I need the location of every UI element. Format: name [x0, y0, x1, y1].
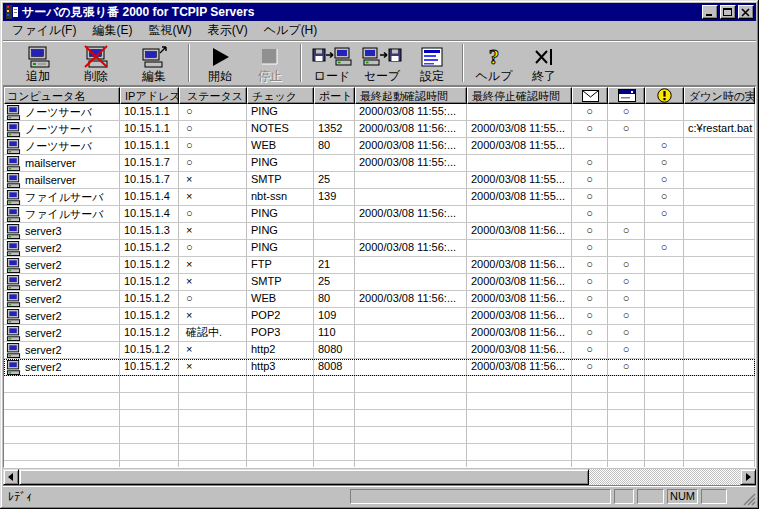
- cell-port: 80: [314, 291, 355, 308]
- load-button[interactable]: ロード: [307, 43, 357, 83]
- resize-grip[interactable]: [743, 493, 756, 506]
- table-row[interactable]: server2 10.15.1.2 × FTP 21 2000/03/08 11…: [4, 257, 755, 274]
- table-row[interactable]: ファイルサーバ 10.15.1.4 × nbt-ssn 139 2000/03/…: [4, 189, 755, 206]
- cell-check: [247, 461, 314, 468]
- col-header-console[interactable]: [608, 87, 645, 104]
- table-row[interactable]: server3 10.15.1.3 × PING 2000/03/08 11:5…: [4, 223, 755, 240]
- save-button[interactable]: セーブ: [357, 43, 407, 83]
- cell-check: PING: [247, 206, 314, 223]
- scrollbar-thumb[interactable]: [19, 469, 589, 485]
- cell-ip: [120, 376, 179, 393]
- help-button[interactable]: ? ヘルプ: [469, 43, 519, 83]
- table-row[interactable]: ファイルサーバ 10.15.1.4 ○ PING 2000/03/08 11:5…: [4, 206, 755, 223]
- cell-last-stop: [467, 461, 572, 468]
- cell-computer-name: [4, 427, 120, 444]
- cell-computer-name: ノーツサーバ: [4, 121, 120, 138]
- table-row[interactable]: [4, 427, 755, 444]
- scroll-right-button[interactable]: [740, 469, 756, 485]
- cell-ip: 10.15.1.3: [120, 223, 179, 240]
- computer-icon: [6, 173, 22, 188]
- table-row[interactable]: [4, 461, 755, 468]
- table-row[interactable]: [4, 410, 755, 427]
- table-row[interactable]: server2 10.15.1.2 × POP2 109 2000/03/08 …: [4, 308, 755, 325]
- cell-mail-flag: ○: [572, 342, 608, 359]
- col-header-status[interactable]: ステータス: [179, 87, 247, 104]
- menu-help[interactable]: ヘルプ(H): [256, 20, 326, 41]
- col-header-check[interactable]: チェック: [247, 87, 314, 104]
- table-row[interactable]: ノーツサーバ 10.15.1.1 ○ NOTES 1352 2000/03/08…: [4, 121, 755, 138]
- cell-computer-name: server2: [4, 342, 120, 359]
- table-row[interactable]: server2 10.15.1.2 ○ WEB 80 2000/03/08 11…: [4, 291, 755, 308]
- col-header-on-down-exec[interactable]: ダウン時の実行: [684, 87, 755, 104]
- table-row[interactable]: mailserver 10.15.1.7 × SMTP 25 2000/03/0…: [4, 172, 755, 189]
- col-header-port[interactable]: ポート: [314, 87, 355, 104]
- cell-ip: 10.15.1.2: [120, 308, 179, 325]
- settings-label: 設定: [420, 69, 444, 83]
- close-button[interactable]: [738, 5, 754, 19]
- col-header-mail[interactable]: [572, 87, 608, 104]
- cell-port: 21: [314, 257, 355, 274]
- cell-computer-name: mailserver: [4, 172, 120, 189]
- cell-last-stop: 2000/03/08 11:56...: [467, 257, 572, 274]
- computer-icon: [6, 326, 22, 341]
- svg-text:?: ?: [489, 46, 500, 68]
- horizontal-scrollbar[interactable]: [3, 469, 756, 485]
- col-header-last-stop-time[interactable]: 最終停止確認時間: [467, 87, 572, 104]
- edit-button[interactable]: 編集: [125, 43, 183, 83]
- computer-icon: [6, 343, 22, 358]
- cell-port: [314, 155, 355, 172]
- table-row[interactable]: ノーツサーバ 10.15.1.1 ○ WEB 80 2000/03/08 11:…: [4, 138, 755, 155]
- add-label: 追加: [26, 69, 50, 83]
- cell-check: http3: [247, 359, 314, 376]
- cell-port: 80: [314, 138, 355, 155]
- cell-port: 1352: [314, 121, 355, 138]
- table-row[interactable]: [4, 393, 755, 410]
- menu-view[interactable]: 表示(V): [200, 20, 256, 41]
- table-row[interactable]: mailserver 10.15.1.7 ○ PING 2000/03/08 1…: [4, 155, 755, 172]
- cell-port: 25: [314, 172, 355, 189]
- table-row[interactable]: server2 10.15.1.2 × http2 8080 2000/03/0…: [4, 342, 755, 359]
- col-header-computer-name[interactable]: コンピュータ名: [4, 87, 120, 104]
- table-row[interactable]: server2 10.15.1.2 × SMTP 25 2000/03/08 1…: [4, 274, 755, 291]
- scroll-left-button[interactable]: [3, 469, 19, 485]
- table-row[interactable]: [4, 376, 755, 393]
- col-header-ip-address[interactable]: IPアドレス: [120, 87, 179, 104]
- maximize-button[interactable]: [720, 5, 736, 19]
- menu-file[interactable]: ファイル(F): [4, 20, 84, 41]
- col-header-last-start-time[interactable]: 最終起動確認時間: [355, 87, 467, 104]
- cell-console-flag: [608, 427, 645, 444]
- col-header-alert[interactable]: [645, 87, 684, 104]
- cell-check: FTP: [247, 257, 314, 274]
- table-row[interactable]: server2 10.15.1.2 ○ PING 2000/03/08 11:5…: [4, 240, 755, 257]
- cell-check: nbt-ssn: [247, 189, 314, 206]
- cell-console-flag: [608, 444, 645, 461]
- cell-console-flag: ○: [608, 104, 645, 121]
- computer-icon: [6, 122, 22, 137]
- table-row[interactable]: server2 10.15.1.2 × http3 8008 2000/03/0…: [4, 359, 755, 376]
- cell-on-down-exec: [684, 240, 755, 257]
- minimize-button[interactable]: [702, 5, 718, 19]
- add-button[interactable]: 追加: [9, 43, 67, 83]
- table-row[interactable]: server2 10.15.1.2 確認中. POP3 110 2000/03/…: [4, 325, 755, 342]
- settings-button[interactable]: 設定: [407, 43, 457, 83]
- stop-button[interactable]: 停止: [245, 43, 295, 83]
- cell-ip: [120, 393, 179, 410]
- table-row[interactable]: [4, 444, 755, 461]
- cell-status: ○: [179, 155, 247, 172]
- computer-icon: [6, 360, 22, 375]
- menu-edit[interactable]: 編集(E): [84, 20, 140, 41]
- app-icon[interactable]: [5, 5, 19, 19]
- cell-status: [179, 427, 247, 444]
- cell-computer-name: server2: [4, 308, 120, 325]
- scrollbar-track[interactable]: [589, 469, 740, 485]
- exit-icon: [533, 44, 555, 69]
- table-row[interactable]: ノーツサーバ 10.15.1.1 ○ PING 2000/03/08 11:55…: [4, 104, 755, 121]
- cell-last-stop: [467, 104, 572, 121]
- delete-button[interactable]: 削除: [67, 43, 125, 83]
- exit-button[interactable]: 終了: [519, 43, 569, 83]
- cell-port: [314, 206, 355, 223]
- cell-last-start: [355, 461, 467, 468]
- start-label: 開始: [208, 69, 232, 83]
- start-button[interactable]: 開始: [195, 43, 245, 83]
- menu-watch[interactable]: 監視(W): [140, 20, 199, 41]
